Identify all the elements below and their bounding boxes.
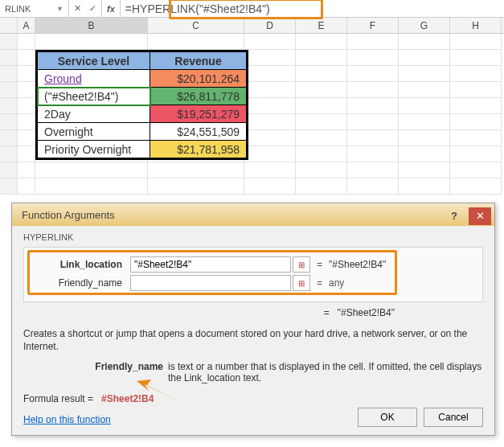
preview-value: "#Sheet2!B4": [338, 307, 395, 318]
function-name: HYPERLINK: [23, 232, 483, 242]
table-row-value[interactable]: $21,781,958: [150, 141, 247, 158]
range-selector-icon[interactable]: ⊞: [293, 256, 310, 273]
function-description: Creates a shortcut or jump that opens a …: [23, 328, 483, 353]
arg-result: any: [329, 277, 344, 289]
table-row-label[interactable]: Ground: [38, 70, 150, 88]
column-headers: A B C D E F G H: [0, 18, 504, 34]
table-row-value[interactable]: $19,251,279: [150, 105, 247, 123]
formula-result-value: #Sheet2!B4: [101, 393, 154, 404]
grid: Service Level Revenue Ground$20,101,264(…: [0, 34, 504, 195]
cancel-button[interactable]: Cancel: [424, 408, 483, 427]
table-row-label[interactable]: ("#Sheet2!B4"): [38, 88, 150, 105]
formula-bar: RLINK ▼ ✕ ✓ fx =HYPERLINK("#Sheet2!B4"): [0, 0, 504, 18]
cancel-icon[interactable]: ✕: [74, 3, 81, 14]
arg-desc-text: is text or a number that is displayed in…: [168, 361, 483, 383]
range-selector-icon[interactable]: ⊞: [293, 275, 310, 291]
preview-eq: =: [324, 307, 330, 318]
arg-label: Link_location: [34, 259, 130, 270]
header-revenue[interactable]: Revenue: [150, 52, 247, 70]
col-header-B[interactable]: B: [35, 18, 148, 33]
namebox-text: RLINK: [5, 4, 31, 14]
dialog-title: Function Arguments: [22, 209, 115, 221]
ok-button[interactable]: OK: [358, 408, 417, 427]
namebox[interactable]: RLINK ▼: [0, 0, 69, 17]
arg-input-link_location[interactable]: [130, 256, 291, 273]
chevron-down-icon[interactable]: ▼: [56, 5, 64, 13]
table-row-label[interactable]: 2Day: [38, 105, 150, 123]
formula-result: Formula result = #Sheet2!B4: [23, 393, 154, 404]
select-all-corner[interactable]: [0, 18, 18, 33]
dialog-titlebar[interactable]: Function Arguments ? ✕: [12, 203, 494, 226]
help-link[interactable]: Help on this function: [23, 414, 111, 425]
arguments-box: Link_location⊞="#Sheet2!B4"Friendly_name…: [23, 247, 483, 302]
arg-input-friendly_name[interactable]: [130, 275, 291, 291]
data-table: Service Level Revenue Ground$20,101,264(…: [35, 50, 248, 160]
arg-label: Friendly_name: [34, 277, 130, 289]
col-header-C[interactable]: C: [148, 18, 244, 33]
table-row-value[interactable]: $26,811,778: [150, 88, 247, 105]
header-service-level[interactable]: Service Level: [38, 52, 150, 70]
col-header-E[interactable]: E: [296, 18, 347, 33]
fx-button[interactable]: fx: [102, 0, 121, 17]
col-header-H[interactable]: H: [450, 18, 502, 33]
help-button[interactable]: ?: [443, 207, 465, 225]
table-row-label[interactable]: Priority Overnight: [38, 141, 150, 158]
col-header-A[interactable]: A: [18, 18, 35, 33]
function-arguments-dialog: Function Arguments ? ✕ HYPERLINK Link_lo…: [11, 203, 495, 436]
table-row-value[interactable]: $24,551,509: [150, 123, 247, 141]
col-header-G[interactable]: G: [399, 18, 450, 33]
accept-icon[interactable]: ✓: [89, 3, 96, 14]
close-button[interactable]: ✕: [469, 207, 491, 225]
table-row-label[interactable]: Overnight: [38, 123, 150, 141]
col-header-D[interactable]: D: [244, 18, 296, 33]
arg-result: "#Sheet2!B4": [329, 259, 386, 270]
table-row-value[interactable]: $20,101,264: [150, 70, 247, 88]
col-header-F[interactable]: F: [347, 18, 399, 33]
formula-input[interactable]: =HYPERLINK("#Sheet2!B4"): [121, 0, 504, 17]
formula-bar-buttons: ✕ ✓: [69, 0, 102, 17]
arg-desc-label: Friendly_name: [23, 361, 168, 383]
